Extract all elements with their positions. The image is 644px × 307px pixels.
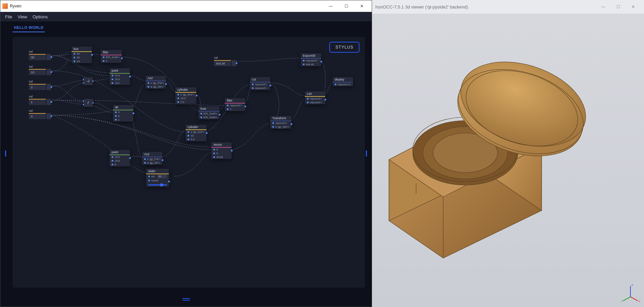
val-output-port[interactable]	[46, 69, 51, 75]
node-list-14[interactable]: Listmpound'>mpound'>	[305, 91, 325, 104]
val-output-port[interactable]	[46, 54, 51, 60]
input-port[interactable]	[188, 135, 189, 137]
val-output-port[interactable]	[46, 99, 51, 105]
input-port[interactable]	[303, 64, 305, 65]
input-port[interactable]	[112, 160, 113, 162]
node-cylinder-5[interactable]: cylinders 'gp_Ax2'>15.05.0	[175, 87, 196, 104]
input-port[interactable]	[103, 60, 104, 62]
input-port[interactable]	[307, 102, 309, 103]
node-display-16[interactable]: displaympound'>)	[333, 77, 353, 86]
input-port[interactable]	[177, 94, 179, 95]
input-port[interactable]	[213, 149, 215, 150]
val-input[interactable]	[29, 113, 46, 119]
close-button[interactable]: ✕	[354, 1, 370, 11]
val-output-port[interactable]	[46, 113, 51, 119]
val-node-1[interactable]: val	[29, 65, 51, 75]
menu-options[interactable]: Options	[33, 14, 48, 19]
input-port[interactable]	[213, 152, 215, 154]
node-exportstl-15[interactable]: ExportStlmpound'>test.stl	[301, 53, 321, 66]
input-port[interactable]	[177, 97, 179, 99]
input-port[interactable]	[74, 53, 75, 55]
val-input[interactable]	[214, 60, 231, 66]
left-panel-handle[interactable]	[5, 150, 6, 157]
occ-maximize-button[interactable]: ☐	[611, 2, 626, 12]
input-port[interactable]	[200, 116, 202, 118]
input-port[interactable]	[112, 156, 113, 158]
node-dir-4[interactable]: dir001	[113, 105, 133, 122]
node-slider-17[interactable]: slidersclround	[146, 169, 169, 187]
occ-close-button[interactable]: ✕	[626, 2, 641, 12]
input-port[interactable]	[115, 119, 117, 121]
input-port[interactable]	[177, 101, 179, 103]
menu-file[interactable]: File	[5, 14, 12, 19]
slider-track[interactable]	[148, 184, 167, 185]
input-port[interactable]	[112, 164, 113, 165]
slider-thumb[interactable]	[160, 183, 163, 186]
node-vector-12[interactable]: Vector0020.01	[211, 142, 232, 159]
node-title: cylinder	[186, 125, 207, 129]
input-port[interactable]	[148, 86, 149, 88]
node-cut-7[interactable]: cutmpound'>mpound'>	[250, 77, 270, 90]
input-port[interactable]	[144, 162, 146, 164]
node-point-10[interactable]: point15.015.00	[110, 150, 130, 166]
input-port[interactable]	[252, 84, 254, 85]
input-port[interactable]	[112, 75, 113, 76]
val-node-4[interactable]: val	[29, 109, 51, 119]
input-port[interactable]	[272, 122, 274, 124]
val-input[interactable]	[29, 84, 46, 90]
val-node-0[interactable]: val	[29, 50, 51, 60]
input-port[interactable]	[188, 131, 189, 133]
input-port[interactable]	[213, 156, 215, 158]
node-cylinder-9[interactable]: cylinders 'gp_Ax2'>105.0	[186, 125, 207, 141]
node-canvas[interactable]: STYLUS	[13, 37, 365, 288]
op-node-1[interactable]: /	[83, 99, 93, 107]
occ-minimize-button[interactable]: —	[596, 2, 611, 12]
val-output-port[interactable]	[232, 60, 236, 66]
input-port[interactable]	[103, 56, 104, 58]
node-point-2[interactable]: point15.015.0-5.0	[110, 68, 130, 85]
node-fillet-1[interactable]: filletiDS_Solid'>1	[101, 50, 122, 63]
val-input[interactable]	[29, 54, 46, 60]
input-port[interactable]	[188, 139, 189, 140]
input-port[interactable]	[252, 87, 254, 89]
input-port[interactable]	[74, 57, 75, 58]
input-port[interactable]	[112, 82, 113, 84]
node-fillet-8[interactable]: filletmpound'>1	[225, 98, 245, 111]
slider-value-input[interactable]	[157, 175, 167, 178]
input-port[interactable]	[115, 115, 117, 117]
stylus-button[interactable]: STYLUS	[329, 42, 359, 53]
ryven-titlebar[interactable]: Ryven — ☐ ✕	[0, 0, 372, 12]
menu-view[interactable]: View	[18, 14, 27, 19]
input-port[interactable]	[272, 126, 274, 128]
val-node-5[interactable]: val	[214, 56, 236, 66]
node-transform-13[interactable]: Transformmpound'>s 'gp_Vec'>	[270, 116, 291, 129]
node-box-0[interactable]: box303010	[72, 47, 92, 63]
input-port[interactable]	[74, 60, 75, 62]
input-port[interactable]	[144, 158, 146, 160]
val-node-2[interactable]: val	[29, 80, 51, 90]
input-port[interactable]	[227, 108, 229, 110]
tab-hello-world[interactable]: HELLO WORLD	[13, 24, 45, 32]
input-port[interactable]	[335, 84, 336, 85]
maximize-button[interactable]: ☐	[338, 1, 354, 11]
node-ax2-11[interactable]: Ax2s 'gp_Pnt'>a 'gp_Dir'>	[142, 152, 162, 165]
input-port[interactable]	[303, 60, 305, 61]
bottom-panel-handle[interactable]	[182, 298, 190, 301]
input-port[interactable]	[115, 111, 117, 113]
val-node-3[interactable]: val	[29, 95, 51, 105]
val-input[interactable]	[29, 69, 46, 75]
node-ax2-3[interactable]: Ax2s 'gp_Pnt'>a 'gp_Dir'>	[145, 76, 166, 89]
right-panel-handle[interactable]	[366, 150, 367, 157]
occ-3d-viewport[interactable]: X Y Z	[372, 14, 644, 307]
input-port[interactable]	[112, 78, 113, 80]
input-port[interactable]	[200, 113, 202, 114]
op-node-0[interactable]: -/	[83, 77, 93, 85]
input-port[interactable]	[148, 82, 149, 84]
occ-titlebar[interactable]: honOCC-7.5.1 3d viewer ('qt-pyside2' bac…	[372, 0, 644, 14]
val-output-port[interactable]	[46, 84, 51, 90]
input-port[interactable]	[307, 98, 309, 100]
node-fuse-6[interactable]: fuseiDS_Solid'>iDS_Solid'>	[198, 106, 219, 119]
minimize-button[interactable]: —	[323, 1, 338, 11]
input-port[interactable]	[227, 105, 229, 106]
val-input[interactable]	[29, 99, 46, 105]
